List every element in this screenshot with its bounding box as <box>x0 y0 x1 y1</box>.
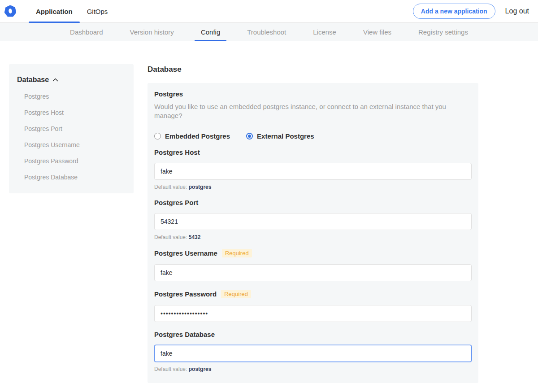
tab-gitops[interactable]: GitOps <box>80 0 115 22</box>
subnav-tab-version-history[interactable]: Version history <box>123 23 180 41</box>
field-postgres-database: Postgres Database Default value: postgre… <box>154 331 472 372</box>
postgres-password-input[interactable] <box>154 305 472 322</box>
postgres-password-label: Postgres Password <box>154 290 217 298</box>
radio-circle-external[interactable] <box>246 133 253 139</box>
postgres-group-help: Would you like to use an embedded postgr… <box>154 102 472 121</box>
postgres-database-input[interactable] <box>154 345 472 362</box>
postgres-host-input[interactable] <box>154 163 472 180</box>
field-postgres-host: Postgres Host Default value: postgres <box>154 148 472 190</box>
subnav-tab-view-files[interactable]: View files <box>357 23 398 41</box>
postgres-group-label: Postgres <box>154 90 472 98</box>
radio-embedded-postgres[interactable]: Embedded Postgres <box>154 132 230 140</box>
header-right: Add a new application Log out <box>413 0 538 22</box>
config-sidebar: Database Postgres Postgres Host Postgres… <box>9 64 134 193</box>
tab-application[interactable]: Application <box>29 0 80 22</box>
sidebar-item-postgres-password[interactable]: Postgres Password <box>17 157 126 165</box>
postgres-host-default: Default value: postgres <box>154 184 472 190</box>
postgres-username-input[interactable] <box>154 264 472 281</box>
sidebar-item-postgres-database[interactable]: Postgres Database <box>17 174 126 181</box>
page-title: Database <box>148 65 478 74</box>
postgres-username-label: Postgres Username <box>154 249 217 257</box>
postgres-port-input[interactable] <box>154 213 472 230</box>
replicated-logo-icon <box>4 5 16 17</box>
sidebar-item-postgres[interactable]: Postgres <box>17 93 126 100</box>
top-tabs: Application GitOps <box>29 0 115 22</box>
field-postgres-username: Postgres Username Required <box>154 249 472 281</box>
subnav-tab-config[interactable]: Config <box>195 23 226 41</box>
sidebar-item-list: Postgres Postgres Host Postgres Port Pos… <box>17 93 126 181</box>
logout-link[interactable]: Log out <box>505 7 529 15</box>
app-subnav: Dashboard Version history Config Trouble… <box>0 23 538 41</box>
radio-label-external: External Postgres <box>257 132 314 140</box>
subnav-tab-dashboard[interactable]: Dashboard <box>64 23 109 41</box>
radio-circle-embedded[interactable] <box>154 133 161 139</box>
config-main: Database Postgres Would you like to use … <box>148 64 478 392</box>
subnav-tab-license[interactable]: License <box>307 23 343 41</box>
required-badge: Required <box>221 290 251 298</box>
config-group-postgres: Postgres Would you like to use an embedd… <box>154 90 472 140</box>
postgres-database-label: Postgres Database <box>154 331 215 338</box>
top-header: Application GitOps Add a new application… <box>0 0 538 23</box>
subnav-tab-troubleshoot[interactable]: Troubleshoot <box>241 23 292 41</box>
required-badge: Required <box>222 249 252 257</box>
app-logo[interactable] <box>4 0 16 22</box>
sidebar-group-label: Database <box>17 76 49 84</box>
sidebar-group-database[interactable]: Database <box>17 76 126 84</box>
postgres-port-label: Postgres Port <box>154 199 198 206</box>
postgres-database-default: Default value: postgres <box>154 366 472 372</box>
chevron-up-icon <box>52 78 58 82</box>
field-postgres-password: Postgres Password Required <box>154 290 472 322</box>
content-area: Database Postgres Postgres Host Postgres… <box>0 41 538 392</box>
add-new-application-button[interactable]: Add a new application <box>413 4 495 19</box>
postgres-host-label: Postgres Host <box>154 148 200 156</box>
postgres-port-default: Default value: 5432 <box>154 234 472 240</box>
subnav-tab-registry-settings[interactable]: Registry settings <box>412 23 474 41</box>
postgres-radio-group: Embedded Postgres External Postgres <box>154 132 472 140</box>
database-config-card: Postgres Would you like to use an embedd… <box>148 83 478 383</box>
sidebar-item-postgres-port[interactable]: Postgres Port <box>17 125 126 132</box>
radio-label-embedded: Embedded Postgres <box>165 132 230 140</box>
sidebar-item-postgres-username[interactable]: Postgres Username <box>17 141 126 148</box>
sidebar-item-postgres-host[interactable]: Postgres Host <box>17 109 126 116</box>
radio-external-postgres[interactable]: External Postgres <box>246 132 314 140</box>
field-postgres-port: Postgres Port Default value: 5432 <box>154 199 472 240</box>
